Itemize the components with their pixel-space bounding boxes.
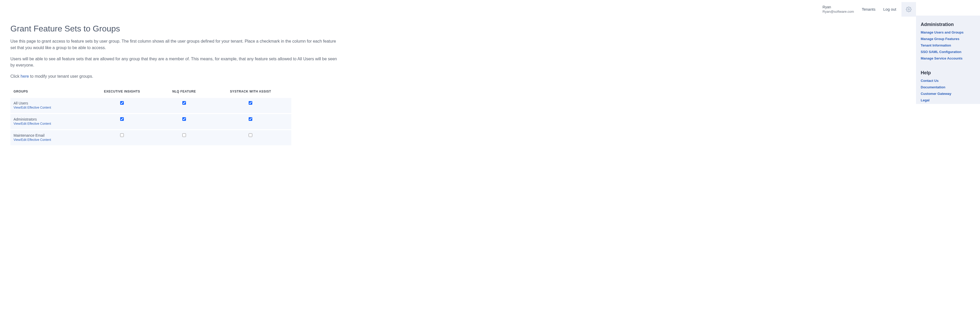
feature-cell (86, 130, 158, 145)
feature-cell (210, 130, 291, 145)
feature-checkbox[interactable] (249, 133, 252, 137)
table-row: All UsersView/Edit Effective Content (10, 97, 291, 114)
page-desc-2: Users will be able to see all feature se… (10, 56, 338, 69)
sidebar-admin-title: Administration (921, 22, 975, 27)
feature-cell (210, 114, 291, 130)
topbar: Ryan Ryan@software.com Tenants Log out (0, 0, 916, 19)
sidebar-help-title: Help (921, 70, 975, 76)
logout-link[interactable]: Log out (883, 7, 896, 11)
sidebar-admin-link[interactable]: SSO SAML Configuration (921, 50, 975, 54)
table-row: Maintenance EmailView/Edit Effective Con… (10, 130, 291, 145)
feature-checkbox[interactable] (120, 101, 124, 105)
sidebar-help-link[interactable]: Contact Us (921, 79, 975, 83)
view-edit-link[interactable]: View/Edit Effective Content (14, 106, 83, 110)
table-row: AdministratorsView/Edit Effective Conten… (10, 114, 291, 130)
sidebar-admin-link[interactable]: Manage Group Features (921, 37, 975, 41)
group-cell: AdministratorsView/Edit Effective Conten… (10, 114, 86, 130)
group-cell: All UsersView/Edit Effective Content (10, 97, 86, 114)
feature-checkbox[interactable] (120, 133, 124, 137)
gear-icon (906, 6, 912, 12)
page-title: Grant Feature Sets to Groups (10, 24, 905, 33)
sidebar-help-link[interactable]: Documentation (921, 85, 975, 89)
th-executive-insights: EXECUTIVE INSIGHTS (86, 87, 158, 97)
feature-checkbox[interactable] (249, 117, 252, 121)
page-desc-3: Click here to modify your tenant user gr… (10, 73, 338, 80)
th-groups: GROUPS (10, 87, 86, 97)
feature-checkbox[interactable] (182, 133, 186, 137)
user-block: Ryan Ryan@software.com (822, 5, 854, 14)
desc3-prefix: Click (10, 74, 21, 78)
group-name: Maintenance Email (14, 133, 83, 138)
feature-sets-table: GROUPS EXECUTIVE INSIGHTS NLQ FEATURE SY… (10, 87, 291, 145)
sidebar-admin-link[interactable]: Manage Users and Groups (921, 30, 975, 34)
feature-cell (86, 97, 158, 114)
admin-sidebar: Administration Manage Users and GroupsMa… (916, 16, 980, 104)
group-name: Administrators (14, 117, 83, 121)
page-content: Grant Feature Sets to Groups Use this pa… (0, 19, 916, 156)
modify-groups-link[interactable]: here (21, 74, 29, 78)
group-name: All Users (14, 101, 83, 105)
page-desc-1: Use this page to grant access to feature… (10, 38, 338, 51)
sidebar-admin-link[interactable]: Tenant Information (921, 43, 975, 47)
feature-cell (158, 130, 210, 145)
sidebar-admin-link[interactable]: Manage Service Accounts (921, 56, 975, 60)
group-cell: Maintenance EmailView/Edit Effective Con… (10, 130, 86, 145)
view-edit-link[interactable]: View/Edit Effective Content (14, 122, 83, 125)
feature-checkbox[interactable] (249, 101, 252, 105)
desc3-suffix: to modify your tenant user groups. (29, 74, 93, 78)
feature-checkbox[interactable] (182, 101, 186, 105)
user-email: Ryan@software.com (822, 10, 854, 14)
feature-cell (86, 114, 158, 130)
tenants-link[interactable]: Tenants (862, 7, 875, 11)
svg-point-0 (908, 9, 910, 10)
sidebar-help-link[interactable]: Legal (921, 98, 975, 102)
th-systrack-assist: SYSTRACK WITH ASSIST (210, 87, 291, 97)
settings-gear-button[interactable] (902, 2, 916, 17)
view-edit-link[interactable]: View/Edit Effective Content (14, 138, 83, 141)
user-name: Ryan (822, 5, 854, 10)
sidebar-help-link[interactable]: Customer Gateway (921, 92, 975, 95)
feature-checkbox[interactable] (120, 117, 124, 121)
th-nlq-feature: NLQ FEATURE (158, 87, 210, 97)
feature-cell (210, 97, 291, 114)
feature-cell (158, 114, 210, 130)
feature-cell (158, 97, 210, 114)
feature-checkbox[interactable] (182, 117, 186, 121)
